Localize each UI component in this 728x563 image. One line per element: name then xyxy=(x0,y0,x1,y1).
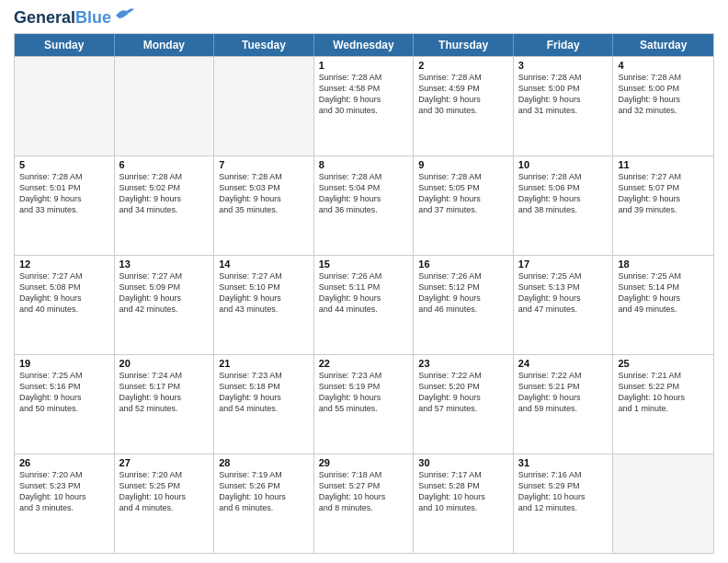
cell-info: Sunrise: 7:26 AM Sunset: 5:12 PM Dayligh… xyxy=(418,270,508,316)
calendar-cell: 5Sunrise: 7:28 AM Sunset: 5:01 PM Daylig… xyxy=(15,156,115,255)
calendar-cell: 21Sunrise: 7:23 AM Sunset: 5:18 PM Dayli… xyxy=(214,355,314,454)
day-number: 31 xyxy=(518,457,609,468)
cell-info: Sunrise: 7:28 AM Sunset: 5:00 PM Dayligh… xyxy=(618,72,709,117)
logo-blue: Blue xyxy=(75,8,111,27)
calendar-cell: 28Sunrise: 7:19 AM Sunset: 5:26 PM Dayli… xyxy=(214,454,314,553)
logo-general: General xyxy=(14,8,75,27)
day-number: 5 xyxy=(19,159,109,170)
cell-info: Sunrise: 7:27 AM Sunset: 5:10 PM Dayligh… xyxy=(219,270,309,316)
calendar-cell: 23Sunrise: 7:22 AM Sunset: 5:20 PM Dayli… xyxy=(414,355,514,454)
cell-info: Sunrise: 7:20 AM Sunset: 5:23 PM Dayligh… xyxy=(19,469,109,514)
day-number: 8 xyxy=(319,159,409,170)
day-number: 3 xyxy=(518,60,609,71)
calendar-cell: 2Sunrise: 7:28 AM Sunset: 4:59 PM Daylig… xyxy=(414,57,514,155)
day-number: 2 xyxy=(418,60,508,71)
calendar-cell: 13Sunrise: 7:27 AM Sunset: 5:09 PM Dayli… xyxy=(115,256,215,354)
cell-info: Sunrise: 7:16 AM Sunset: 5:29 PM Dayligh… xyxy=(518,469,609,514)
header: GeneralBlue xyxy=(14,9,714,26)
day-number: 22 xyxy=(319,358,409,369)
day-number: 9 xyxy=(418,159,508,170)
calendar-cell: 25Sunrise: 7:21 AM Sunset: 5:22 PM Dayli… xyxy=(613,355,713,454)
cell-info: Sunrise: 7:25 AM Sunset: 5:13 PM Dayligh… xyxy=(518,270,609,316)
calendar-cell: 26Sunrise: 7:20 AM Sunset: 5:23 PM Dayli… xyxy=(15,454,115,553)
header-day-thursday: Thursday xyxy=(414,34,514,56)
cell-info: Sunrise: 7:28 AM Sunset: 5:02 PM Dayligh… xyxy=(119,171,210,216)
cell-info: Sunrise: 7:25 AM Sunset: 5:16 PM Dayligh… xyxy=(19,370,109,415)
calendar-cell: 7Sunrise: 7:28 AM Sunset: 5:03 PM Daylig… xyxy=(214,156,314,255)
cell-info: Sunrise: 7:28 AM Sunset: 5:05 PM Dayligh… xyxy=(418,171,508,216)
calendar-cell: 16Sunrise: 7:26 AM Sunset: 5:12 PM Dayli… xyxy=(414,256,514,354)
calendar-cell: 11Sunrise: 7:27 AM Sunset: 5:07 PM Dayli… xyxy=(613,156,713,255)
calendar-cell: 17Sunrise: 7:25 AM Sunset: 5:13 PM Dayli… xyxy=(514,256,614,354)
day-number: 27 xyxy=(119,457,210,468)
cell-info: Sunrise: 7:28 AM Sunset: 4:59 PM Dayligh… xyxy=(418,72,508,117)
cell-info: Sunrise: 7:28 AM Sunset: 5:04 PM Dayligh… xyxy=(319,171,409,216)
day-number: 1 xyxy=(319,60,409,71)
calendar-cell xyxy=(115,57,215,155)
header-day-friday: Friday xyxy=(514,34,614,56)
calendar-cell: 1Sunrise: 7:28 AM Sunset: 4:58 PM Daylig… xyxy=(314,57,415,155)
calendar-week-1: 1Sunrise: 7:28 AM Sunset: 4:58 PM Daylig… xyxy=(15,56,713,155)
day-number: 17 xyxy=(518,259,609,270)
day-number: 20 xyxy=(119,358,210,369)
header-day-tuesday: Tuesday xyxy=(214,34,314,56)
logo-bird-icon xyxy=(114,6,134,21)
calendar-cell: 27Sunrise: 7:20 AM Sunset: 5:25 PM Dayli… xyxy=(115,454,215,553)
cell-info: Sunrise: 7:21 AM Sunset: 5:22 PM Dayligh… xyxy=(618,370,709,415)
day-number: 25 xyxy=(618,358,709,369)
day-number: 6 xyxy=(119,159,210,170)
calendar-week-3: 12Sunrise: 7:27 AM Sunset: 5:08 PM Dayli… xyxy=(15,255,713,354)
calendar-header: SundayMondayTuesdayWednesdayThursdayFrid… xyxy=(15,34,713,56)
day-number: 7 xyxy=(219,159,309,170)
cell-info: Sunrise: 7:27 AM Sunset: 5:09 PM Dayligh… xyxy=(119,270,210,316)
cell-info: Sunrise: 7:28 AM Sunset: 5:00 PM Dayligh… xyxy=(518,72,609,117)
calendar-cell: 6Sunrise: 7:28 AM Sunset: 5:02 PM Daylig… xyxy=(115,156,215,255)
calendar-cell: 10Sunrise: 7:28 AM Sunset: 5:06 PM Dayli… xyxy=(514,156,614,255)
cell-info: Sunrise: 7:27 AM Sunset: 5:08 PM Dayligh… xyxy=(19,270,109,316)
calendar-body: 1Sunrise: 7:28 AM Sunset: 4:58 PM Daylig… xyxy=(15,56,713,553)
page: GeneralBlue SundayMondayTuesdayWednesday… xyxy=(0,0,728,563)
calendar-week-5: 26Sunrise: 7:20 AM Sunset: 5:23 PM Dayli… xyxy=(15,454,713,553)
day-number: 12 xyxy=(19,259,109,270)
cell-info: Sunrise: 7:28 AM Sunset: 5:01 PM Dayligh… xyxy=(19,171,109,216)
calendar-cell: 3Sunrise: 7:28 AM Sunset: 5:00 PM Daylig… xyxy=(514,57,614,155)
day-number: 15 xyxy=(319,259,409,270)
calendar-cell: 15Sunrise: 7:26 AM Sunset: 5:11 PM Dayli… xyxy=(314,256,415,354)
day-number: 30 xyxy=(418,457,508,468)
cell-info: Sunrise: 7:28 AM Sunset: 4:58 PM Dayligh… xyxy=(319,72,409,117)
calendar-cell: 14Sunrise: 7:27 AM Sunset: 5:10 PM Dayli… xyxy=(214,256,314,354)
calendar-cell xyxy=(15,57,115,155)
cell-info: Sunrise: 7:23 AM Sunset: 5:18 PM Dayligh… xyxy=(219,370,309,415)
cell-info: Sunrise: 7:27 AM Sunset: 5:07 PM Dayligh… xyxy=(618,171,709,216)
cell-info: Sunrise: 7:24 AM Sunset: 5:17 PM Dayligh… xyxy=(119,370,210,415)
calendar-week-4: 19Sunrise: 7:25 AM Sunset: 5:16 PM Dayli… xyxy=(15,354,713,454)
day-number: 13 xyxy=(119,259,210,270)
day-number: 28 xyxy=(219,457,309,468)
calendar-cell: 12Sunrise: 7:27 AM Sunset: 5:08 PM Dayli… xyxy=(15,256,115,354)
day-number: 10 xyxy=(518,159,609,170)
cell-info: Sunrise: 7:17 AM Sunset: 5:28 PM Dayligh… xyxy=(418,469,508,514)
cell-info: Sunrise: 7:23 AM Sunset: 5:19 PM Dayligh… xyxy=(319,370,409,415)
cell-info: Sunrise: 7:26 AM Sunset: 5:11 PM Dayligh… xyxy=(319,270,409,316)
cell-info: Sunrise: 7:25 AM Sunset: 5:14 PM Dayligh… xyxy=(618,270,709,316)
cell-info: Sunrise: 7:22 AM Sunset: 5:21 PM Dayligh… xyxy=(518,370,609,415)
header-day-monday: Monday xyxy=(115,34,215,56)
day-number: 21 xyxy=(219,358,309,369)
header-day-sunday: Sunday xyxy=(15,34,115,56)
logo-text: GeneralBlue xyxy=(14,9,111,26)
calendar-cell: 22Sunrise: 7:23 AM Sunset: 5:19 PM Dayli… xyxy=(314,355,415,454)
calendar-cell: 20Sunrise: 7:24 AM Sunset: 5:17 PM Dayli… xyxy=(115,355,215,454)
day-number: 16 xyxy=(418,259,508,270)
day-number: 24 xyxy=(518,358,609,369)
header-day-wednesday: Wednesday xyxy=(314,34,415,56)
calendar-cell: 9Sunrise: 7:28 AM Sunset: 5:05 PM Daylig… xyxy=(414,156,514,255)
day-number: 29 xyxy=(319,457,409,468)
cell-info: Sunrise: 7:18 AM Sunset: 5:27 PM Dayligh… xyxy=(319,469,409,514)
day-number: 11 xyxy=(618,159,709,170)
calendar-week-2: 5Sunrise: 7:28 AM Sunset: 5:01 PM Daylig… xyxy=(15,155,713,255)
day-number: 4 xyxy=(618,60,709,71)
cell-info: Sunrise: 7:28 AM Sunset: 5:03 PM Dayligh… xyxy=(219,171,309,216)
calendar-cell: 18Sunrise: 7:25 AM Sunset: 5:14 PM Dayli… xyxy=(613,256,713,354)
calendar-cell: 4Sunrise: 7:28 AM Sunset: 5:00 PM Daylig… xyxy=(613,57,713,155)
day-number: 26 xyxy=(19,457,109,468)
